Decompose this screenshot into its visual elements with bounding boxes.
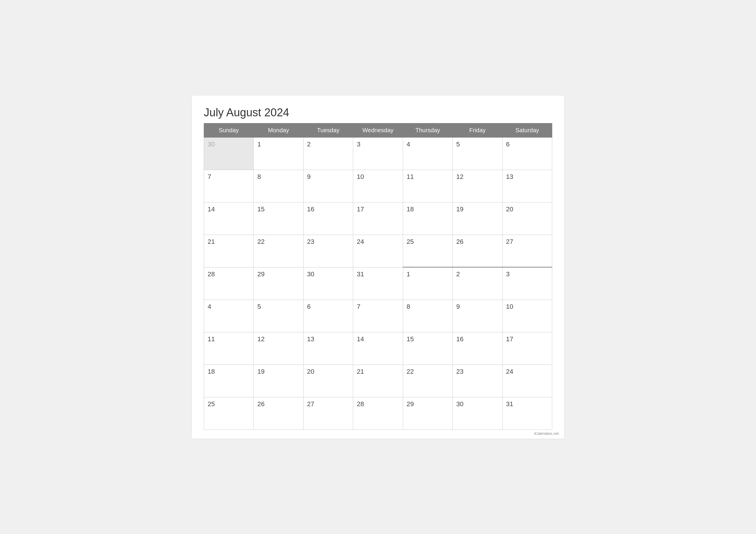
calendar-day[interactable]: 6: [303, 300, 353, 332]
calendar-day[interactable]: 28: [204, 267, 254, 300]
calendar-day[interactable]: 30: [453, 397, 502, 430]
calendar-day[interactable]: 3: [353, 137, 403, 170]
calendar-day[interactable]: 25: [204, 397, 254, 430]
calendar-day[interactable]: 20: [502, 202, 552, 235]
header-cell-thursday: Thursday: [403, 123, 452, 137]
calendar-table: SundayMondayTuesdayWednesdayThursdayFrid…: [204, 123, 552, 430]
calendar-day[interactable]: 17: [502, 332, 552, 364]
header-cell-sunday: Sunday: [204, 123, 254, 137]
calendar-day[interactable]: 12: [254, 332, 303, 364]
calendar-day[interactable]: 11: [403, 170, 452, 202]
calendar-day[interactable]: 5: [254, 300, 303, 332]
calendar-day[interactable]: 12: [453, 170, 502, 202]
calendar-day[interactable]: 26: [254, 397, 303, 430]
calendar-day[interactable]: 16: [303, 202, 353, 235]
calendar-day[interactable]: 19: [254, 364, 303, 397]
calendar-day[interactable]: 29: [403, 397, 452, 430]
calendar-day[interactable]: 16: [453, 332, 502, 364]
header-cell-tuesday: Tuesday: [303, 123, 353, 137]
calendar-day[interactable]: 21: [204, 235, 254, 267]
calendar-day[interactable]: 7: [204, 170, 254, 202]
week-row: 78910111213: [204, 170, 552, 202]
calendar-day[interactable]: 11: [204, 332, 254, 364]
calendar-day[interactable]: 10: [353, 170, 403, 202]
week-row: 21222324252627: [204, 235, 552, 267]
calendar-day[interactable]: 18: [403, 202, 452, 235]
calendar-day[interactable]: 27: [303, 397, 353, 430]
calendar-day[interactable]: 9: [303, 170, 353, 202]
calendar-day[interactable]: 21: [353, 364, 403, 397]
calendar-day[interactable]: 22: [254, 235, 303, 267]
header-cell-friday: Friday: [453, 123, 502, 137]
week-row: 14151617181920: [204, 202, 552, 235]
calendar-day[interactable]: 1: [403, 267, 452, 300]
calendar-day[interactable]: 10: [502, 300, 552, 332]
calendar-body: 3012345678910111213141516171819202122232…: [204, 137, 552, 430]
calendar-day[interactable]: 5: [453, 137, 502, 170]
header-cell-monday: Monday: [254, 123, 303, 137]
calendar-day[interactable]: 24: [502, 364, 552, 397]
watermark: iCalendars.net: [534, 431, 559, 436]
calendar-day[interactable]: 14: [353, 332, 403, 364]
week-row: 11121314151617: [204, 332, 552, 364]
calendar-day[interactable]: 17: [353, 202, 403, 235]
header-cell-saturday: Saturday: [502, 123, 552, 137]
header-row: SundayMondayTuesdayWednesdayThursdayFrid…: [204, 123, 552, 137]
calendar-day[interactable]: 2: [303, 137, 353, 170]
header-cell-wednesday: Wednesday: [353, 123, 403, 137]
calendar-day[interactable]: 4: [403, 137, 452, 170]
week-row: 30123456: [204, 137, 552, 170]
calendar-day[interactable]: 22: [403, 364, 452, 397]
calendar-day[interactable]: 13: [303, 332, 353, 364]
week-row: 28293031123: [204, 267, 552, 300]
calendar-day[interactable]: 4: [204, 300, 254, 332]
week-row: 45678910: [204, 300, 552, 332]
calendar-day[interactable]: 8: [254, 170, 303, 202]
week-row: 18192021222324: [204, 364, 552, 397]
calendar-title: July August 2024: [204, 106, 552, 119]
calendar-day[interactable]: 14: [204, 202, 254, 235]
calendar-container: July August 2024 SundayMondayTuesdayWedn…: [192, 96, 564, 439]
calendar-day[interactable]: 8: [403, 300, 452, 332]
calendar-day[interactable]: 6: [502, 137, 552, 170]
calendar-day[interactable]: 2: [453, 267, 502, 300]
calendar-day[interactable]: 9: [453, 300, 502, 332]
calendar-day[interactable]: 23: [453, 364, 502, 397]
calendar-day[interactable]: 23: [303, 235, 353, 267]
calendar-day[interactable]: 15: [254, 202, 303, 235]
calendar-day[interactable]: 1: [254, 137, 303, 170]
calendar-day[interactable]: 20: [303, 364, 353, 397]
calendar-day[interactable]: 29: [254, 267, 303, 300]
calendar-day[interactable]: 31: [353, 267, 403, 300]
calendar-day[interactable]: 19: [453, 202, 502, 235]
calendar-day[interactable]: 3: [502, 267, 552, 300]
week-row: 25262728293031: [204, 397, 552, 430]
calendar-day[interactable]: 28: [353, 397, 403, 430]
calendar-day[interactable]: 30: [303, 267, 353, 300]
calendar-day[interactable]: 27: [502, 235, 552, 267]
calendar-header: SundayMondayTuesdayWednesdayThursdayFrid…: [204, 123, 552, 137]
calendar-day[interactable]: 25: [403, 235, 452, 267]
calendar-day[interactable]: 24: [353, 235, 403, 267]
calendar-day[interactable]: 30: [204, 137, 254, 170]
calendar-day[interactable]: 18: [204, 364, 254, 397]
calendar-day[interactable]: 13: [502, 170, 552, 202]
calendar-day[interactable]: 26: [453, 235, 502, 267]
calendar-day[interactable]: 31: [502, 397, 552, 430]
calendar-day[interactable]: 7: [353, 300, 403, 332]
calendar-day[interactable]: 15: [403, 332, 452, 364]
